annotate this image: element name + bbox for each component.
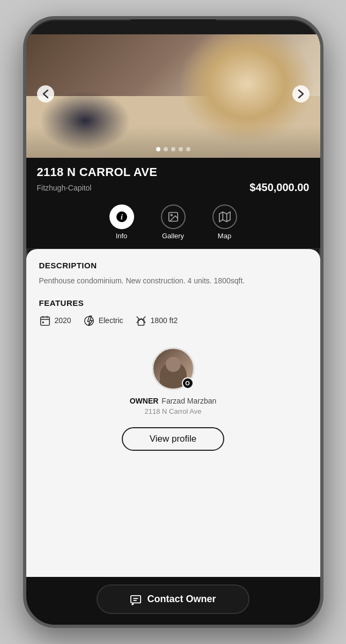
contact-owner-label: Contact Owner	[147, 594, 216, 605]
avatar-wrapper: O	[152, 347, 195, 390]
phone-shell: 2118 N CARROL AVE Fitzhugh-Capitol $450,…	[23, 16, 323, 628]
svg-rect-14	[131, 596, 141, 603]
property-subtitle-row: Fitzhugh-Capitol $450,000.00	[37, 181, 310, 194]
electric-icon	[83, 314, 95, 327]
view-profile-button[interactable]: View profile	[122, 427, 225, 451]
tab-navigation: i Info Gallery	[26, 199, 320, 249]
property-title: 2118 N CARROL AVE	[37, 165, 310, 179]
info-tab-label: Info	[116, 232, 128, 240]
property-neighborhood: Fitzhugh-Capitol	[37, 184, 92, 192]
feature-year: 2020	[39, 314, 71, 327]
message-icon	[130, 593, 142, 605]
description-title: DESCRIPTION	[39, 261, 307, 270]
owner-label: OWNER	[130, 397, 159, 405]
description-text: Penthouse condominium. New construction.…	[39, 275, 307, 287]
svg-text:i: i	[121, 213, 123, 221]
feature-size: 1800 ft2	[135, 314, 178, 327]
property-header: 2118 N CARROL AVE Fitzhugh-Capitol $450,…	[26, 158, 320, 199]
features-title: FEATURES	[39, 298, 307, 308]
gallery-tab-label: Gallery	[162, 232, 184, 240]
map-tab-label: Map	[218, 232, 231, 240]
bottom-bar: Contact Owner	[26, 577, 320, 625]
size-icon	[135, 314, 147, 327]
map-tab-icon	[212, 204, 237, 229]
phone-notch	[130, 19, 216, 34]
feature-utility: Electric	[83, 314, 123, 327]
svg-point-11	[42, 322, 43, 323]
owner-name: Farzad Marzban	[161, 397, 216, 405]
content-card: DESCRIPTION Penthouse condominium. New c…	[26, 249, 320, 577]
property-image	[26, 34, 320, 158]
gallery-tab-icon	[161, 204, 186, 229]
info-tab-icon: i	[109, 204, 134, 229]
tab-map[interactable]: Map	[212, 204, 237, 240]
dot-2[interactable]	[164, 147, 168, 151]
contact-owner-button[interactable]: Contact Owner	[97, 584, 249, 614]
feature-year-value: 2020	[55, 316, 71, 325]
property-price: $450,000.00	[249, 181, 309, 194]
image-next-button[interactable]	[292, 85, 310, 103]
dot-4[interactable]	[179, 147, 183, 151]
tab-info[interactable]: i Info	[109, 204, 134, 240]
feature-utility-value: Electric	[99, 316, 123, 325]
svg-rect-7	[40, 317, 49, 325]
dot-1[interactable]	[156, 147, 160, 151]
dot-5[interactable]	[186, 147, 190, 151]
owner-section: O OWNER Farzad Marzban 2118 N Carrol Ave…	[39, 342, 307, 457]
owner-name-row: OWNER Farzad Marzban	[130, 397, 217, 405]
image-dots	[156, 147, 190, 151]
svg-point-3	[171, 214, 172, 216]
phone-screen: 2118 N CARROL AVE Fitzhugh-Capitol $450,…	[26, 19, 320, 625]
calendar-icon	[39, 314, 51, 327]
image-prev-button[interactable]	[37, 85, 54, 103]
owner-address: 2118 N Carrol Ave	[145, 407, 202, 415]
features-row: 2020 Electric	[39, 314, 307, 327]
tab-gallery[interactable]: Gallery	[161, 204, 186, 240]
dot-3[interactable]	[171, 147, 175, 151]
svg-marker-4	[219, 212, 230, 222]
feature-size-value: 1800 ft2	[151, 316, 178, 325]
avatar-badge: O	[182, 377, 194, 389]
